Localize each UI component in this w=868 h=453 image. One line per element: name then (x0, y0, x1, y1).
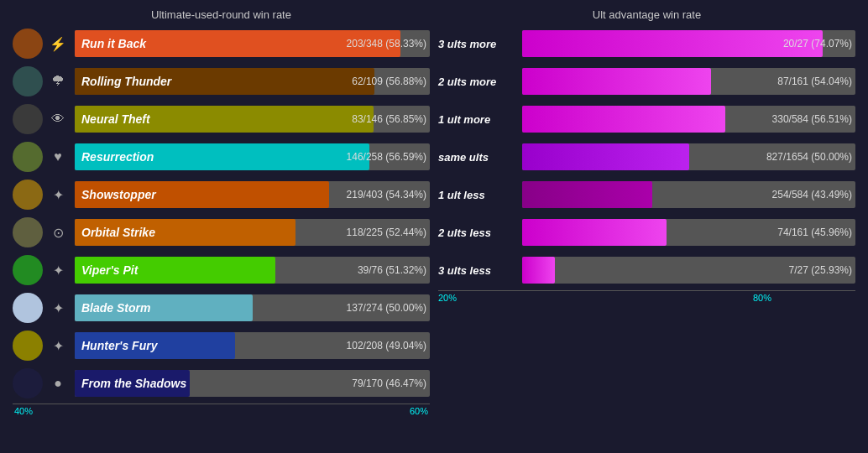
ult-icon: ✦ (46, 296, 70, 320)
avatar (13, 368, 43, 398)
bar-value: 62/109 (56.88%) (352, 68, 426, 95)
bar-container: Orbital Strike118/225 (52.44%) (75, 219, 430, 246)
right-section: Ult advantage win rate 3 ults more20/27 … (438, 8, 855, 416)
left-section: Ultimate-used-round win rate ⚡Run it Bac… (13, 8, 430, 416)
bar-label: Resurrection (81, 143, 154, 170)
adv-bar-container: 87/161 (54.04%) (522, 68, 855, 95)
bar-value: 102/208 (49.04%) (347, 332, 426, 359)
bar-label: From the Shadows (81, 370, 186, 397)
left-bar-row: 🌩Rolling Thunder62/109 (56.88%) (13, 64, 430, 99)
bar-container: Showstopper219/403 (54.34%) (75, 181, 430, 208)
left-axis-labels: 40% 60% (13, 406, 430, 416)
adv-bar-container: 7/27 (25.93%) (522, 257, 855, 284)
right-bar-row: 3 ults less7/27 (25.93%) (438, 253, 855, 288)
right-axis-max: 80% (753, 293, 771, 303)
bar-container: Blade Storm137/274 (50.00%) (75, 294, 430, 321)
avatar (13, 217, 43, 247)
left-bar-row: ✦Blade Storm137/274 (50.00%) (13, 290, 430, 325)
left-bar-row: ✦Hunter's Fury102/208 (49.04%) (13, 328, 430, 363)
bar-container: Resurrection146/258 (56.59%) (75, 143, 430, 170)
bar-label: Rolling Thunder (81, 68, 171, 95)
left-axis-line (13, 404, 430, 404)
bar-label: Viper's Pit (81, 257, 138, 284)
adv-bar-fill (522, 181, 652, 208)
right-bar-row: 1 ult more330/584 (56.51%) (438, 102, 855, 137)
right-bar-row: 2 ults less74/161 (45.96%) (438, 215, 855, 250)
left-axis-max: 60% (410, 406, 428, 416)
left-bar-row: ✦Viper's Pit39/76 (51.32%) (13, 253, 430, 288)
bar-container: Run it Back203/348 (58.33%) (75, 30, 430, 57)
adv-bar-fill (522, 143, 689, 170)
adv-bar-value: 254/584 (43.49%) (772, 181, 852, 208)
adv-label: 2 ults less (438, 226, 522, 239)
adv-bar-fill (522, 219, 667, 246)
avatar (13, 331, 43, 361)
ult-icon: 👁 (46, 107, 70, 131)
ult-icon: ✦ (46, 258, 70, 282)
bar-label: Showstopper (81, 181, 156, 208)
avatar (13, 293, 43, 323)
bar-value: 83/146 (56.85%) (352, 106, 426, 133)
right-bar-row: 3 ults more20/27 (74.07%) (438, 26, 855, 61)
avatar (13, 180, 43, 210)
left-bar-row: 👁Neural Theft83/146 (56.85%) (13, 102, 430, 137)
adv-label: same ults (438, 151, 522, 164)
adv-label: 1 ult more (438, 113, 522, 126)
adv-bar-value: 20/27 (74.07%) (783, 30, 852, 57)
bar-label: Blade Storm (81, 294, 150, 321)
adv-label: 3 ults less (438, 264, 522, 277)
ult-icon: ⚡ (46, 32, 70, 55)
bar-label: Hunter's Fury (81, 332, 157, 359)
bar-container: Rolling Thunder62/109 (56.88%) (75, 68, 430, 95)
left-title: Ultimate-used-round win rate (13, 8, 430, 21)
adv-bar-fill (522, 30, 823, 57)
left-bars: ⚡Run it Back203/348 (58.33%)🌩Rolling Thu… (13, 26, 430, 401)
adv-bar-fill (522, 257, 555, 284)
avatar (13, 66, 43, 96)
ult-icon: ✦ (46, 183, 70, 206)
main-container: Ultimate-used-round win rate ⚡Run it Bac… (13, 8, 855, 416)
left-bar-row: ♥Resurrection146/258 (56.59%) (13, 139, 430, 174)
bar-container: Viper's Pit39/76 (51.32%) (75, 257, 430, 284)
right-axis-labels: 20% 80% (438, 293, 855, 303)
right-axis-min: 20% (438, 293, 457, 303)
adv-bar-value: 7/27 (25.93%) (789, 257, 852, 284)
bar-value: 219/403 (54.34%) (347, 181, 426, 208)
ult-icon: 🌩 (46, 70, 70, 93)
bar-value: 137/274 (50.00%) (347, 294, 426, 321)
right-axis-line (438, 290, 855, 291)
adv-bar-container: 254/584 (43.49%) (522, 181, 855, 208)
adv-bar-container: 74/161 (45.96%) (522, 219, 855, 246)
left-bar-row: ⊙Orbital Strike118/225 (52.44%) (13, 215, 430, 250)
adv-bar-fill (522, 68, 711, 95)
avatar (13, 142, 43, 172)
adv-bar-value: 87/161 (54.04%) (777, 68, 852, 95)
right-bars: 3 ults more20/27 (74.07%)2 ults more87/1… (438, 26, 855, 288)
bar-value: 118/225 (52.44%) (347, 219, 426, 246)
right-bar-row: 2 ults more87/161 (54.04%) (438, 64, 855, 99)
avatar (13, 29, 43, 59)
adv-bar-value: 827/1654 (50.00%) (766, 143, 852, 170)
adv-bar-fill (522, 106, 725, 133)
avatar (13, 104, 43, 134)
bar-value: 203/348 (58.33%) (347, 30, 426, 57)
bar-value: 79/170 (46.47%) (352, 370, 426, 397)
bar-value: 146/258 (56.59%) (347, 143, 426, 170)
left-bar-row: ⚡Run it Back203/348 (58.33%) (13, 26, 430, 61)
bar-container: Hunter's Fury102/208 (49.04%) (75, 332, 430, 359)
right-bar-row: same ults827/1654 (50.00%) (438, 139, 855, 174)
ult-icon: ♥ (46, 145, 70, 169)
bar-label: Neural Theft (81, 106, 150, 133)
adv-label: 3 ults more (438, 38, 522, 50)
bar-value: 39/76 (51.32%) (358, 257, 426, 284)
adv-bar-value: 330/584 (56.51%) (772, 106, 852, 133)
adv-bar-container: 20/27 (74.07%) (522, 30, 855, 57)
ult-icon: ✦ (46, 334, 70, 357)
adv-label: 1 ult less (438, 189, 522, 201)
ult-icon: ● (46, 372, 70, 395)
bar-label: Orbital Strike (81, 219, 155, 246)
left-bar-row: ●From the Shadows79/170 (46.47%) (13, 366, 430, 401)
right-bar-row: 1 ult less254/584 (43.49%) (438, 177, 855, 212)
adv-bar-container: 330/584 (56.51%) (522, 106, 855, 133)
adv-bar-container: 827/1654 (50.00%) (522, 143, 855, 170)
